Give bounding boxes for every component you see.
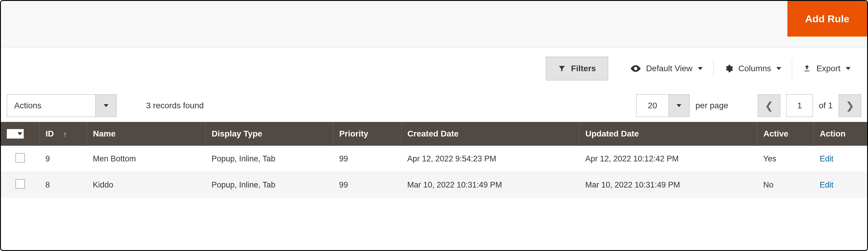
gear-icon (724, 64, 733, 73)
page-size-value[interactable]: 20 (636, 94, 669, 117)
chevron-down-icon (698, 67, 703, 70)
header-name[interactable]: Name (87, 122, 205, 146)
pager: ❮ 1 of 1 ❯ (758, 94, 861, 117)
funnel-icon (558, 65, 566, 73)
page-header: Add Rule (1, 1, 867, 48)
mass-actions-label: Actions (7, 94, 96, 117)
cell-active: Yes (757, 146, 814, 172)
header-action: Action (814, 122, 867, 146)
eye-icon (631, 65, 641, 72)
cell-name: Men Bottom (87, 146, 205, 172)
prev-page-button[interactable]: ❮ (758, 94, 780, 117)
cell-created: Apr 12, 2022 9:54:23 PM (401, 146, 579, 172)
header-id[interactable]: ID ↑ (39, 122, 87, 146)
edit-link[interactable]: Edit (820, 180, 834, 189)
default-view-button[interactable]: Default View (620, 57, 713, 80)
chevron-down-icon (18, 132, 22, 135)
select-all-checkbox[interactable] (7, 129, 16, 139)
chevron-down-icon (776, 67, 781, 70)
header-priority[interactable]: Priority (333, 122, 401, 146)
table-header-row: ID ↑ Name Display Type Priority Created … (1, 122, 867, 146)
export-icon (803, 64, 811, 73)
select-all-toggle[interactable] (16, 129, 24, 139)
rules-grid: ID ↑ Name Display Type Priority Created … (1, 122, 867, 198)
chevron-down-icon (104, 104, 108, 107)
grid-controls: Actions 3 records found 20 per page ❮ 1 … (1, 89, 867, 122)
sort-asc-icon: ↑ (63, 130, 67, 138)
filters-label: Filters (571, 64, 596, 73)
cell-name: Kiddo (87, 172, 205, 198)
export-button[interactable]: Export (792, 57, 861, 80)
page-size-toggle[interactable] (669, 94, 690, 117)
export-label: Export (816, 64, 840, 73)
edit-link[interactable]: Edit (820, 154, 834, 163)
per-page-label: per page (695, 101, 728, 110)
add-rule-button[interactable]: Add Rule (787, 1, 867, 36)
cell-id: 9 (39, 146, 87, 172)
cell-updated: Apr 12, 2022 10:12:42 PM (579, 146, 757, 172)
cell-created: Mar 10, 2022 10:31:49 PM (401, 172, 579, 198)
header-updated[interactable]: Updated Date (579, 122, 757, 146)
mass-actions-toggle[interactable] (96, 94, 117, 117)
chevron-down-icon (846, 67, 850, 70)
cell-updated: Mar 10, 2022 10:31:49 PM (579, 172, 757, 198)
header-checkbox[interactable] (1, 122, 39, 146)
columns-button[interactable]: Columns (714, 57, 792, 80)
cell-active: No (757, 172, 814, 198)
chevron-right-icon: ❯ (846, 100, 854, 112)
filters-button[interactable]: Filters (546, 57, 608, 80)
columns-label: Columns (739, 64, 771, 73)
header-display-type[interactable]: Display Type (206, 122, 333, 146)
mass-actions-select[interactable]: Actions (7, 94, 117, 117)
cell-priority: 99 (333, 146, 401, 172)
grid-toolbar: Filters Default View Columns Export (1, 48, 867, 89)
header-id-label: ID (45, 129, 54, 138)
next-page-button[interactable]: ❯ (839, 94, 861, 117)
chevron-left-icon: ❮ (765, 100, 773, 112)
total-pages-label: of 1 (819, 101, 833, 110)
row-checkbox[interactable] (16, 179, 25, 189)
header-active[interactable]: Active (757, 122, 814, 146)
add-rule-label: Add Rule (805, 13, 849, 25)
current-page-input[interactable]: 1 (786, 94, 813, 117)
table-row: 9 Men Bottom Popup, Inline, Tab 99 Apr 1… (1, 146, 867, 172)
records-found-text: 3 records found (146, 101, 204, 110)
table-row: 8 Kiddo Popup, Inline, Tab 99 Mar 10, 20… (1, 172, 867, 198)
default-view-label: Default View (646, 64, 692, 73)
cell-display-type: Popup, Inline, Tab (206, 172, 333, 198)
cell-id: 8 (39, 172, 87, 198)
cell-display-type: Popup, Inline, Tab (206, 146, 333, 172)
row-checkbox[interactable] (16, 153, 25, 163)
cell-priority: 99 (333, 172, 401, 198)
chevron-down-icon (677, 104, 681, 107)
header-created[interactable]: Created Date (401, 122, 579, 146)
page-size-control: 20 per page (636, 94, 728, 117)
